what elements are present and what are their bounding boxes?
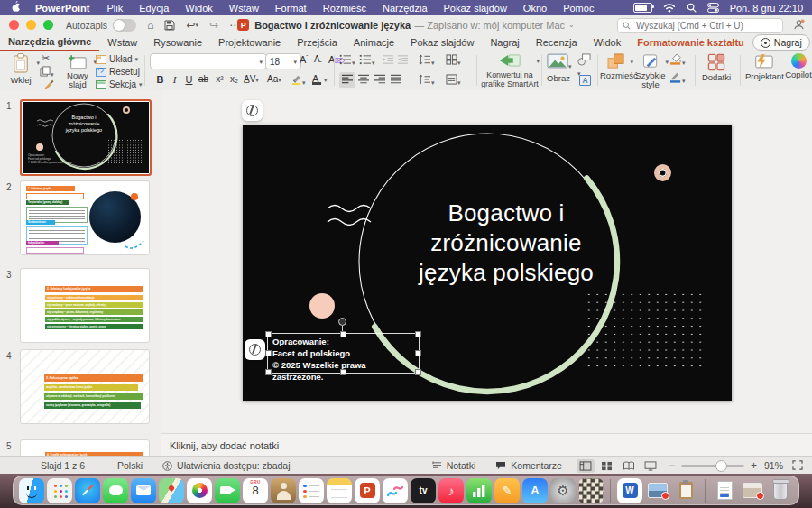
resize-handle[interactable] [415,350,421,356]
change-case-button[interactable]: Aa▾ [267,74,281,84]
underline-button[interactable]: U [182,74,196,85]
fit-slide-button[interactable] [792,460,803,472]
credit-line-2[interactable]: Facet od polskiego [272,347,419,359]
system-settings-icon[interactable]: ⚙ [550,478,576,503]
slide-thumbnail-3[interactable]: 2. Odmiany funkcjonalne języka styl poto… [20,268,150,343]
slide-thumbnail-1[interactable]: Bogactwo izróżnicowaniejęzyka polskiego … [20,99,152,176]
font-name-select[interactable]: ▾ [150,53,267,69]
align-text-button[interactable]: ▾ [446,74,461,87]
mail-icon[interactable] [131,478,156,503]
freeform-icon[interactable] [383,478,408,503]
control-center-icon[interactable] [707,3,719,13]
undo-button[interactable]: ↩▾ [186,19,198,32]
tab-przejscia[interactable]: Przejścia [289,34,346,51]
zoom-percentage[interactable]: 91% [764,460,783,471]
messages-icon[interactable] [103,478,128,503]
menu-pomoc[interactable]: Pomoc [555,3,602,14]
tab-wstaw[interactable]: Wstaw [99,34,145,51]
more-commands-button[interactable]: ⋯ [229,19,240,32]
reset-button[interactable]: Resetuj [96,67,140,77]
menu-app-name[interactable]: PowerPoint [26,3,99,14]
slide-title[interactable]: Bogactwo i zróżnicowanie języka polskieg… [362,199,651,288]
tab-projektowanie[interactable]: Projektowanie [210,34,289,51]
menu-pokaz-slajdow[interactable]: Pokaz slajdów [436,3,515,14]
columns-button[interactable]: ▾ [446,54,461,67]
accessibility-check[interactable]: Ułatwienia dostępu: zbadaj [162,460,291,471]
subscript-button[interactable]: x₂ [227,74,241,84]
quick-styles-button[interactable]: ▾ Szybkie style [637,53,664,89]
slide-sorter-view-button[interactable] [598,459,616,473]
trash-icon[interactable] [768,478,793,503]
font-color-button[interactable]: A [312,73,321,85]
tab-recenzja[interactable]: Recenzja [528,34,586,51]
search-input[interactable] [634,20,778,32]
chess-icon[interactable] [578,478,604,503]
fullscreen-button[interactable] [43,20,53,30]
apple-menu[interactable] [0,1,26,14]
tab-widok[interactable]: Widok [586,34,630,51]
wifi-icon[interactable] [663,3,676,13]
menu-okno[interactable]: Okno [515,3,555,14]
decrease-indent-button[interactable] [383,54,394,67]
tab-rysowanie[interactable]: Rysowanie [145,34,210,51]
photos-stack-icon[interactable] [645,478,670,503]
resize-handle[interactable] [265,350,272,356]
character-spacing-button[interactable]: A̲V▾ [244,74,259,84]
notes-app-icon[interactable] [327,478,352,503]
normal-view-button[interactable] [577,459,595,473]
slideshow-view-button[interactable] [641,459,660,473]
slide-thumbnail-4[interactable]: 3. Polszczyzna ogólna wspólna, standardo… [20,349,150,424]
facetime-icon[interactable] [215,478,240,503]
numbering-button[interactable]: ▾ [359,54,375,67]
highlight-button[interactable]: ▾ [291,73,306,87]
increase-indent-button[interactable] [397,54,409,67]
safari-icon[interactable] [75,478,100,503]
language-indicator[interactable]: Polski [117,460,143,471]
music-icon[interactable]: ♪ [438,478,464,503]
shape-outline-button[interactable]: ▾ [669,71,686,85]
resize-handle[interactable] [265,331,272,337]
finder-icon[interactable] [19,478,44,503]
slide-editing-area[interactable]: Bogactwo i zróżnicowanie języka polskieg… [243,125,732,401]
notes-area[interactable]: Kliknij, aby dodać notatki [161,433,812,457]
rotate-handle[interactable] [338,318,346,326]
strikethrough-button[interactable]: ab [197,74,210,84]
shapes-button[interactable]: ▾ [577,53,594,78]
ring-graphic[interactable] [654,164,671,181]
new-slide-button[interactable]: ▾ Nowy slajd [63,54,92,89]
bullets-button[interactable]: ▾ [339,54,355,67]
app-store-icon[interactable]: A [522,478,548,503]
powerpoint-icon[interactable]: P [355,478,380,503]
file-preview-icon[interactable] [740,478,765,503]
copilot-chip-textbox[interactable] [245,339,265,360]
resize-handle[interactable] [265,369,272,375]
documents-stack-icon[interactable] [712,478,737,503]
shape-fill-button[interactable]: ▾ [669,53,686,67]
close-button[interactable] [9,20,19,30]
tab-animacje[interactable]: Animacje [346,34,402,51]
font-size-select[interactable]: 18▾ [265,53,301,69]
menu-edycja[interactable]: Edycja [131,3,177,14]
pages-icon[interactable]: ✎ [494,478,520,503]
addins-button[interactable]: Dodatki [698,53,734,82]
reminders-icon[interactable] [299,478,324,503]
text-box-button[interactable]: A [579,75,591,86]
comments-toggle[interactable]: Komentarze [495,460,562,471]
menu-plik[interactable]: Plik [99,3,132,14]
arrange-button[interactable]: ▾ Rozmieść [603,53,630,80]
tab-narzedzia-glowne[interactable]: Narzędzia główne [0,33,99,51]
battery-icon[interactable] [633,3,652,13]
slide-thumbnail-2[interactable]: 1. Odmiany języka Terytorialne (gwary, d… [20,180,150,255]
redo-button[interactable]: ↪ [209,19,218,32]
menu-clock[interactable]: Pon. 8 gru 22:10 [730,3,803,14]
notes-toggle[interactable]: Notatki [432,460,476,471]
italic-button[interactable]: I [168,74,181,85]
word-icon[interactable]: W [617,478,642,503]
resize-handle[interactable] [340,369,346,375]
designer-button[interactable]: Projektant [745,53,781,81]
record-button[interactable]: Nagraj [752,34,810,51]
apple-tv-icon[interactable]: tv [411,478,436,503]
copilot-chip-top[interactable] [242,100,263,121]
zoom-in-button[interactable]: + [751,459,757,472]
autosave-toggle[interactable] [113,19,136,32]
